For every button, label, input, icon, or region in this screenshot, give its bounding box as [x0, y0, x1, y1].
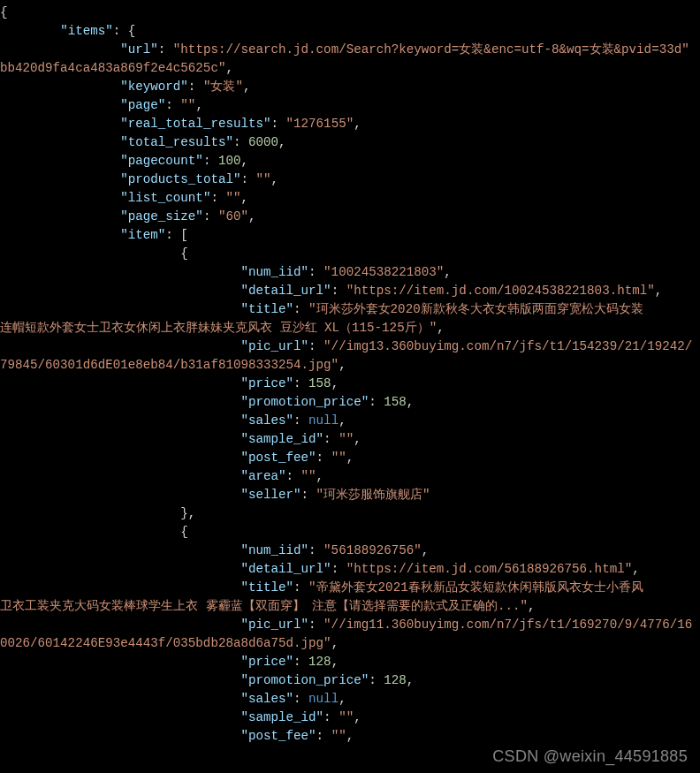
json-code-block: { "items": { "url": "https://search.jd.c… — [0, 0, 700, 746]
watermark: CSDN @weixin_44591885 — [492, 747, 688, 766]
